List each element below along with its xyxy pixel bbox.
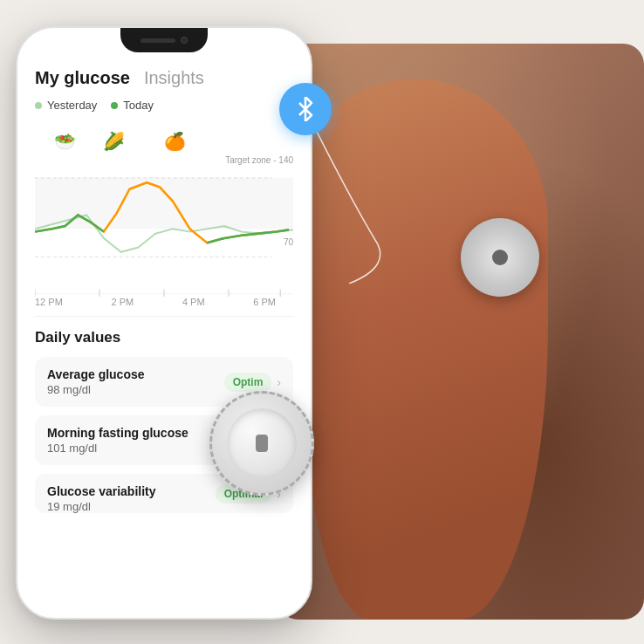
phone-notch xyxy=(120,28,208,52)
average-glucose-info: Average glucose 98 mg/dl xyxy=(47,367,145,396)
bluetooth-button[interactable] xyxy=(279,83,332,135)
tab-insights[interactable]: Insights xyxy=(144,68,204,88)
legend-today: Today xyxy=(111,99,154,112)
glucose-variability-reading: 19 mg/dl xyxy=(47,500,156,513)
glucose-variability-name: Glucose variability xyxy=(47,484,156,498)
cgm-device-inner xyxy=(227,408,297,478)
divider xyxy=(35,316,293,317)
legend-yesterday: Yesterday xyxy=(35,99,97,112)
morning-fasting-info: Morning fasting glucose 101 mg/dl xyxy=(47,426,188,455)
average-glucose-arrow: › xyxy=(277,375,281,389)
cgm-sensor-on-arm xyxy=(461,218,539,297)
bluetooth-icon xyxy=(295,97,316,121)
today-label: Today xyxy=(123,99,154,112)
arm-silhouette xyxy=(304,79,548,620)
morning-fasting-reading: 101 mg/dl xyxy=(47,442,188,455)
average-glucose-reading: 98 mg/dl xyxy=(47,383,145,396)
person-background xyxy=(277,44,644,620)
glucose-variability-info: Glucose variability 19 mg/dl xyxy=(47,484,156,513)
cgm-device-circle xyxy=(209,391,314,496)
average-glucose-name: Average glucose xyxy=(47,367,145,381)
header-tabs: My glucose Insights xyxy=(35,68,293,88)
food-icon-1: 🥗 xyxy=(54,131,76,152)
time-4pm: 4 PM xyxy=(182,297,205,307)
food-icon-2: 🌽 xyxy=(103,131,125,152)
today-dot xyxy=(111,102,118,109)
time-2pm: 2 PM xyxy=(112,297,134,307)
time-6pm: 6 PM xyxy=(253,297,276,307)
svg-rect-0 xyxy=(35,178,293,229)
tab-my-glucose[interactable]: My glucose xyxy=(35,68,130,88)
speaker xyxy=(140,38,175,43)
glucose-chart xyxy=(35,150,293,298)
yesterday-dot xyxy=(35,102,42,109)
yesterday-label: Yesterday xyxy=(47,99,97,112)
scene: My glucose Insights Yesterday Today 🥗 🌽 xyxy=(0,0,644,644)
time-12pm: 12 PM xyxy=(35,297,63,307)
morning-fasting-name: Morning fasting glucose xyxy=(47,426,188,440)
time-axis: 12 PM 2 PM 4 PM 6 PM xyxy=(35,297,276,307)
phone-content: My glucose Insights Yesterday Today 🥗 🌽 xyxy=(17,28,311,618)
average-glucose-badge: Optim xyxy=(224,373,272,392)
chart-area: 🥗 🌽 🍊 Target zone - 140 70 xyxy=(35,124,293,307)
legend: Yesterday Today xyxy=(35,99,293,112)
camera xyxy=(181,37,188,44)
food-icon-3: 🍊 xyxy=(164,131,186,152)
section-title: Daily values xyxy=(35,329,293,346)
phone-frame: My glucose Insights Yesterday Today 🥗 🌽 xyxy=(16,26,312,620)
cgm-device-port xyxy=(256,435,268,452)
